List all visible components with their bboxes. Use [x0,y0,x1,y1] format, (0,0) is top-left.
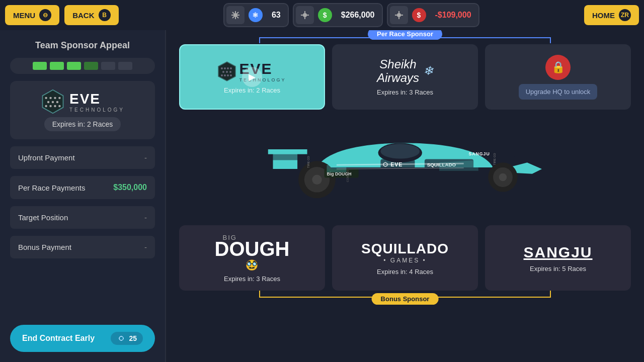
dollar-icon: $ [318,8,332,22]
appeal-icon-6 [118,62,132,70]
bigdough-sponsor-card[interactable]: BIG DOUGH 🥸 Expires in: 3 Races [179,225,325,291]
appeal-icon-1 [33,62,47,70]
svg-point-48 [230,74,232,76]
svg-point-42 [222,71,224,73]
appeal-icon-3 [67,62,81,70]
svg-point-57 [312,175,321,185]
svg-text:TIRE CO: TIRE CO [307,156,310,168]
svg-point-54 [499,173,507,182]
money-value: $266,000 [336,11,380,20]
loss-stat: $ -$109,000 [387,3,479,27]
svg-point-29 [54,105,56,107]
eve-name: EVE [69,91,125,107]
end-contract-cost: 25 [129,334,137,342]
squillado-expires: Expires in: 4 Races [377,268,433,276]
svg-point-44 [229,71,231,73]
upfront-payment-row: Upfront Payment - [10,146,155,169]
sheikh-expires: Expires in: 3 Races [377,88,433,96]
svg-line-7 [237,12,238,14]
content-area: Per Race Sponsor [166,30,644,362]
sidebar: Team Sponsor Appeal [0,30,166,362]
svg-point-40 [227,67,229,69]
appeal-icon-2 [50,62,64,70]
svg-point-22 [54,97,56,99]
bottom-sponsor-cards: BIG DOUGH 🥸 Expires in: 3 Races SQUILLAD… [166,225,644,291]
svg-text:TIRE CO: TIRE CO [493,153,496,165]
home-button[interactable]: HOME ZR [584,5,639,25]
svg-text:SANGJU: SANGJU [468,151,490,156]
svg-point-45 [221,74,223,76]
sidebar-title: Team Sponsor Appeal [10,40,155,51]
loss-icon: $ [412,8,426,22]
squillado-logo: SQUILLADO • GAMES • [361,241,449,264]
end-contract-cost-badge: 25 [111,332,143,345]
home-badge: ZR [619,9,631,21]
atom-icon: ⚛ [249,8,263,22]
end-contract-button[interactable]: End Contract Early 25 [10,325,155,352]
home-label: HOME [592,11,615,20]
squillado-sponsor-card[interactable]: SQUILLADO • GAMES • Expires in: 4 Races [332,225,478,291]
sponsor-logo-box: EVE TECHNOLOGY Expires in: 2 Races [10,81,155,139]
svg-line-8 [232,17,234,18]
bonus-label: Bonus Payment [18,243,71,251]
eve-sub: TECHNOLOGY [69,107,125,113]
svg-point-21 [49,97,51,99]
top-sponsor-cards: EVE TECHNOLOGY ▶ Expires in: 2 Races She… [166,44,644,110]
bonus-sponsor-label: Bonus Sponsor [372,293,439,305]
money-outer-icon [296,6,314,24]
svg-point-41 [230,67,232,69]
svg-point-39 [224,67,226,69]
car-area: TIRE CO TIRE CO ⬡ EVE SQUILLADO SANGJU B… [171,110,639,225]
sidebar-expires: Expires in: 2 Races [44,117,121,131]
appeal-icon-4 [84,62,98,70]
lock-icon: 🔒 [545,55,571,80]
menu-label: MENU [13,11,35,20]
sheikh-sponsor-card[interactable]: SheikhAirways ❄ Expires in: 3 Races [332,44,478,110]
back-label: BACK [72,11,94,20]
svg-point-24 [47,101,49,103]
locked-sponsor-card[interactable]: 🔒 Upgrade HQ to unlock [485,44,631,110]
sheikh-logo: SheikhAirways ❄ [377,58,433,84]
car-svg: TIRE CO TIRE CO ⬡ EVE SQUILLADO SANGJU B… [229,115,581,220]
svg-point-43 [226,71,228,73]
back-badge: B [99,9,111,21]
sangju-logo: SANGJU [523,244,592,261]
snowflake-icon: ❄ [423,64,433,78]
per-race-value: $350,000 [113,183,147,192]
top-bar: MENU ⊖ BACK B ⚛ 63 [0,0,644,30]
svg-point-28 [49,105,51,107]
menu-button[interactable]: MENU ⊖ [5,5,59,25]
bigdough-logo: BIG DOUGH 🥸 [215,234,290,271]
svg-point-30 [58,105,60,107]
svg-point-26 [56,101,58,103]
svg-point-51 [380,144,420,158]
main-layout: Team Sponsor Appeal [0,30,644,362]
play-overlay: ▶ [242,67,262,87]
appeal-icon-5 [101,62,115,70]
virus-icon [226,6,245,24]
menu-badge: ⊖ [39,9,51,21]
bonus-bracket-area: Bonus Sponsor [173,291,637,306]
svg-point-14 [397,13,401,17]
target-value: - [144,213,147,222]
money-stat: $ $266,000 [293,3,383,27]
svg-point-46 [224,74,226,76]
upfront-label: Upfront Payment [18,153,75,162]
per-race-sponsor-label: Per Race Sponsor [368,30,442,40]
back-button[interactable]: BACK B [64,5,118,25]
eve-sponsor-card[interactable]: EVE TECHNOLOGY ▶ Expires in: 2 Races [179,44,325,110]
end-contract-label: End Contract Early [22,334,95,343]
bonus-value: - [144,243,147,251]
loss-outer-icon [390,6,408,24]
upgrade-hq-button[interactable]: Upgrade HQ to unlock [519,84,598,100]
svg-point-23 [58,97,60,99]
svg-point-47 [227,74,229,76]
svg-line-6 [237,17,238,18]
loss-value: -$109,000 [430,11,476,20]
eve-logo-sidebar: EVE TECHNOLOGY [40,89,125,114]
virus-value: 63 [267,11,286,20]
svg-point-25 [52,101,54,103]
virus-stat: ⚛ 63 [223,3,289,27]
sangju-sponsor-card[interactable]: SANGJU Expires in: 5 Races [485,225,631,291]
per-race-row: Per Race Payments $350,000 [10,176,155,199]
